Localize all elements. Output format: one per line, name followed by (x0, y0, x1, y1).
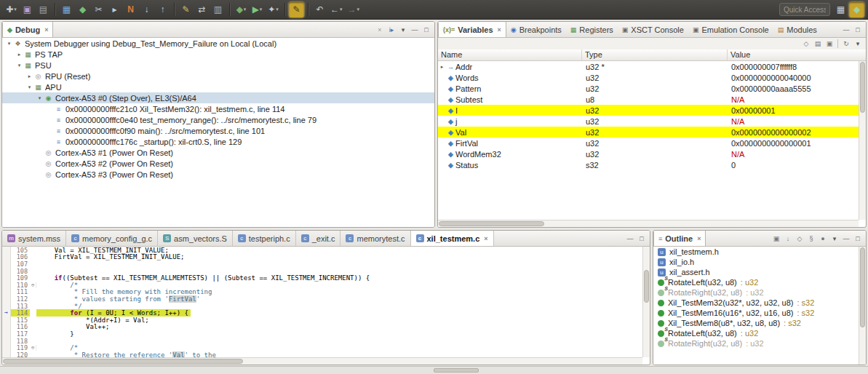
column-header-name[interactable]: Name (438, 49, 582, 60)
open-perspective-icon[interactable]: ▦ (833, 2, 848, 17)
instruction-stepping-mode-icon[interactable]: i▸ (386, 25, 397, 35)
save-icon[interactable]: ▣ (20, 2, 35, 17)
editor-tab-memorytest-c[interactable]: cmemorytest.c (341, 231, 410, 246)
debug-tree-item[interactable]: ≡0x00000000fffc0e40 test_memory_range():… (2, 114, 434, 125)
scrollbar-thumb[interactable] (3, 359, 243, 364)
scrollbar-thumb[interactable] (439, 221, 544, 226)
last-edit-location-icon[interactable]: ↶ (312, 2, 327, 17)
debug-tree-item[interactable]: ◎Cortex-A53 #2 (Power On Reset) (2, 158, 434, 169)
hide-fields-icon[interactable]: ◇ (794, 234, 805, 244)
column-header-type[interactable]: Type (582, 49, 728, 60)
save-all-icon[interactable]: ▤ (36, 2, 51, 17)
outline-item[interactable]: SRotateLeft(u32, u8) : u32 (653, 328, 859, 338)
tab-registers[interactable]: ▦Registers (566, 22, 618, 37)
variable-row[interactable]: ◈Statuss320 (438, 159, 859, 170)
debug-perspective-icon[interactable]: ◆ (849, 2, 864, 17)
fold-collapse-icon[interactable]: ⊖ (30, 345, 36, 351)
annotate-icon[interactable]: ✎ (178, 2, 194, 17)
scrollbar-thumb[interactable] (860, 62, 865, 113)
import-icon[interactable]: ↓ (139, 2, 154, 17)
code-line[interactable]: 115 *(Addr+I) = Val; (2, 317, 642, 324)
system-performance-icon[interactable]: ▥ (210, 2, 226, 17)
debug-tree-item[interactable]: ≡0x00000000fffc0f90 main(): ../src/memor… (2, 125, 434, 136)
code-line[interactable]: →114 for (I = 0U; I < Words; I++) { (2, 309, 642, 317)
editor-tab-testperiph-c[interactable]: ctestperiph.c (233, 231, 296, 246)
code-line[interactable]: 108 (2, 268, 642, 275)
code-line[interactable]: 110⊖ /* (2, 282, 642, 289)
outline-item[interactable]: uxil_testmem.h (653, 247, 859, 257)
new-icon[interactable]: ✚▾ (4, 2, 19, 17)
column-header-value[interactable]: Value (728, 49, 866, 60)
collapse-all-icon[interactable]: ▣ (824, 39, 835, 49)
tab-outline[interactable]: ≡ Outline × (653, 231, 706, 246)
scrollbar-thumb[interactable] (644, 270, 649, 303)
variables-horizontal-scrollbar[interactable] (438, 220, 859, 227)
variable-row[interactable]: ◈ju32N/A (438, 116, 859, 127)
close-icon[interactable]: × (44, 26, 48, 33)
code-line[interactable]: 109 if((Subtest == XIL_TESTMEM_ALLMEMTES… (2, 274, 642, 282)
run-icon[interactable]: ▶▾ (250, 2, 265, 17)
view-menu-icon[interactable]: ▾ (829, 234, 840, 244)
code-line[interactable]: 112 * values starting from 'FirtVal' (2, 295, 642, 303)
variable-row[interactable]: ◈Wordsu320x0000000000040000 (438, 72, 859, 83)
code-line[interactable]: 113 */ (2, 303, 642, 310)
variable-row[interactable]: ◈WordMem32u32N/A (438, 148, 859, 159)
expander-icon[interactable]: ▾ (5, 41, 13, 47)
tab-emulation-console[interactable]: ▣Emulation Console (688, 22, 773, 37)
minimize-icon[interactable]: — (840, 25, 852, 35)
outline-vertical-scrollbar[interactable] (859, 247, 866, 365)
quick-access-input[interactable] (779, 3, 830, 16)
variable-row[interactable]: ◈Iu320x00000001 (438, 105, 859, 116)
tab-modules[interactable]: ▤Modules (773, 22, 821, 37)
outline-item[interactable]: uxil_io.h (653, 257, 859, 267)
debug-tree-item[interactable]: ▸▦PS TAP (2, 49, 434, 60)
variable-row[interactable]: ◈Patternu320x00000000aaaa5555 (438, 83, 859, 94)
launch-shell-icon[interactable]: ▸ (107, 2, 122, 17)
external-tools-icon[interactable]: ✦▾ (266, 2, 281, 17)
expander-icon[interactable]: ▸ (438, 64, 446, 70)
debug-tree-item[interactable]: ≡0x00000000fffc21c0 Xil_TestMem32(): xil… (2, 103, 434, 114)
variable-row[interactable]: ◈Valu320x0000000000000002 (438, 127, 859, 138)
debug-tree-item[interactable]: ▾▦APU (2, 81, 434, 92)
program-fpga-icon[interactable]: ▦ (59, 2, 74, 17)
show-type-names-icon[interactable]: ◇ (800, 39, 812, 49)
variable-row[interactable]: ◈FirtValu320x0000000000000001 (438, 138, 859, 148)
expander-icon[interactable]: ▸ (15, 52, 23, 57)
view-menu-icon[interactable]: ▾ (852, 39, 864, 49)
editor-horizontal-scrollbar[interactable] (2, 357, 642, 365)
maximize-icon[interactable]: □ (852, 25, 864, 35)
view-menu-icon[interactable]: ▾ (397, 25, 409, 35)
back-icon[interactable]: ←▾ (328, 2, 345, 17)
mark-occurrences-icon[interactable]: ✎ (289, 2, 304, 17)
hide-non-public-members-icon[interactable]: ● (817, 234, 829, 244)
close-icon[interactable]: × (498, 26, 501, 33)
expander-icon[interactable]: ▸ (25, 73, 33, 79)
hide-static-members-icon[interactable]: § (805, 234, 817, 244)
tab-debug[interactable]: ◆ Debug × (2, 22, 53, 37)
cut-icon[interactable]: ✂ (91, 2, 106, 17)
code-line[interactable]: 107 (2, 260, 642, 268)
code-line[interactable]: 105 Val = XIL_TESTMEM_INIT_VALUE; (2, 247, 642, 254)
outline-item[interactable]: Xil_TestMem16(u16*, u32, u16, u8) : s32 (653, 308, 859, 318)
debug-tree-item[interactable]: ▾▦PSU (2, 60, 434, 71)
debug-icon[interactable]: ◆▾ (234, 2, 249, 17)
outline-item[interactable]: uxil_assert.h (653, 267, 859, 277)
fold-collapse-icon[interactable]: ⊖ (30, 282, 36, 288)
expander-icon[interactable]: ▾ (15, 63, 23, 68)
target-connections-icon[interactable]: ⇄ (194, 2, 210, 17)
refresh-icon[interactable]: ↻ (840, 39, 852, 49)
outline-item[interactable]: SRotateLeft(u32, u8) : u32 (653, 277, 859, 287)
editor-tab-system-mss[interactable]: msystem.mss (2, 231, 66, 246)
minimize-icon[interactable]: — (624, 234, 636, 244)
code-line[interactable]: 119⊖ /* (2, 344, 642, 351)
program-flash-icon[interactable]: ◆ (75, 2, 90, 17)
remove-all-terminated-icon[interactable]: × (374, 25, 386, 35)
debug-tree-item[interactable]: ≡0x00000000fffc176c _startup(): xil-crt0… (2, 136, 434, 147)
code-line[interactable]: 117 } (2, 330, 642, 338)
code-line[interactable]: 111 * Fill the memory with incrementing (2, 289, 642, 296)
debug-tree-item[interactable]: ◎Cortex-A53 #3 (Power On Reset) (2, 169, 434, 180)
tab-xsct-console[interactable]: ▣XSCT Console (618, 22, 688, 37)
close-icon[interactable]: × (697, 235, 701, 242)
editor-vertical-scrollbar[interactable] (642, 247, 650, 357)
editor-tab--exit-c[interactable]: c_exit.c (296, 231, 341, 246)
